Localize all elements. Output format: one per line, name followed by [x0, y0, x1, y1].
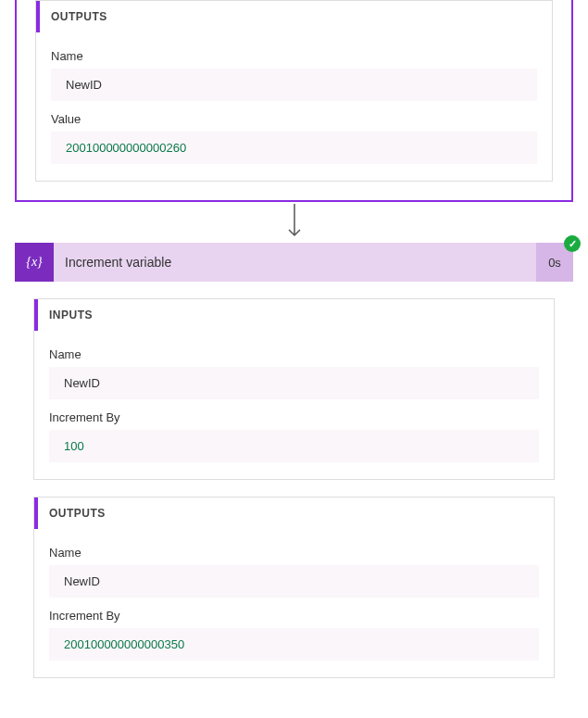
outputs-card: OUTPUTS Name NewID Value 200100000000000… [35, 0, 553, 182]
field-label-name: Name [51, 44, 537, 69]
field-value-name: NewID [51, 69, 537, 101]
field-increment: Increment By 100 [49, 405, 539, 462]
action-title: Increment variable [54, 243, 536, 282]
field-value: Value 200100000000000260 [51, 107, 537, 164]
inputs-body: Name NewID Increment By 100 [34, 331, 554, 479]
outputs-card: OUTPUTS Name NewID Increment By 20010000… [33, 497, 555, 678]
field-name: Name NewID [49, 540, 539, 598]
field-label-name: Name [49, 540, 539, 565]
field-value-increment: 100 [49, 430, 539, 462]
field-name: Name NewID [49, 342, 539, 399]
field-label-name: Name [49, 342, 539, 367]
field-label-increment: Increment By [49, 405, 539, 430]
field-value-increment: 200100000000000350 [49, 628, 539, 661]
previous-step-container: OUTPUTS Name NewID Value 200100000000000… [15, 0, 573, 202]
arrow-down-icon [285, 204, 304, 241]
field-value-name: NewID [49, 565, 539, 598]
flow-arrow [0, 202, 588, 243]
field-label-increment: Increment By [49, 603, 539, 628]
action-increment-variable[interactable]: {x} Increment variable 0s ✓ [15, 243, 573, 282]
success-status-icon: ✓ [564, 235, 581, 252]
outputs-body: Name NewID Increment By 2001000000000003… [34, 529, 554, 677]
outputs-header: OUTPUTS [36, 1, 552, 32]
field-increment: Increment By 200100000000000350 [49, 603, 539, 661]
field-value-value: 200100000000000260 [51, 132, 537, 164]
action-details: INPUTS Name NewID Increment By 100 OUTPU… [15, 282, 573, 678]
outputs-body: Name NewID Value 200100000000000260 [36, 32, 552, 181]
outputs-header: OUTPUTS [34, 498, 554, 529]
inputs-card: INPUTS Name NewID Increment By 100 [33, 298, 555, 480]
field-value-name: NewID [49, 367, 539, 399]
variable-icon: {x} [15, 243, 54, 282]
field-label-value: Value [51, 107, 537, 132]
field-name: Name NewID [51, 44, 537, 101]
inputs-header: INPUTS [34, 299, 554, 331]
